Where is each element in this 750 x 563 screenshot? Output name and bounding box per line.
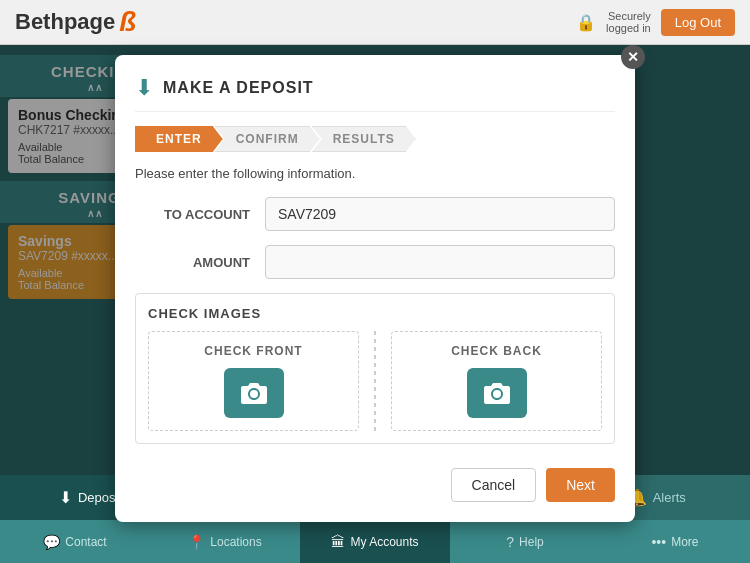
lock-icon: 🔒 xyxy=(576,13,596,32)
bar-help[interactable]: ? Help xyxy=(450,520,600,563)
step-results: RESULTS xyxy=(312,126,416,152)
amount-input[interactable] xyxy=(265,245,615,279)
check-images-section: CHECK IMAGES CHECK FRONT CHECK BA xyxy=(135,293,615,444)
modal-title: MAKE A DEPOSIT xyxy=(163,79,314,97)
close-button[interactable]: ✕ xyxy=(621,45,645,69)
check-images-row: CHECK FRONT CHECK BACK xyxy=(148,331,602,431)
check-front-camera-button[interactable] xyxy=(224,368,284,418)
logo: Bethpageß xyxy=(15,6,136,38)
deposit-icon: ⬇ xyxy=(135,75,153,101)
cancel-button[interactable]: Cancel xyxy=(451,468,537,502)
logout-button[interactable]: Log Out xyxy=(661,9,735,36)
bar-my-accounts[interactable]: 🏛 My Accounts xyxy=(300,520,450,563)
steps-row: ENTER CONFIRM RESULTS xyxy=(135,126,615,152)
logo-symbol: ß xyxy=(119,6,136,38)
check-images-title: CHECK IMAGES xyxy=(148,306,602,321)
check-front-label: CHECK FRONT xyxy=(161,344,346,358)
step-confirm: CONFIRM xyxy=(215,126,320,152)
app-header: Bethpageß 🔒 Securely logged in Log Out xyxy=(0,0,750,45)
more-icon: ••• xyxy=(651,534,666,550)
modal-footer: Cancel Next xyxy=(135,458,615,502)
bar-more[interactable]: ••• More xyxy=(600,520,750,563)
modal-overlay: ✕ ⬇ MAKE A DEPOSIT ENTER CONFIRM RESULTS… xyxy=(0,45,750,475)
svg-point-0 xyxy=(250,390,258,398)
help-icon: ? xyxy=(506,534,514,550)
bar-locations[interactable]: 📍 Locations xyxy=(150,520,300,563)
check-divider xyxy=(374,331,376,431)
contact-icon: 💬 xyxy=(43,534,60,550)
check-front-box: CHECK FRONT xyxy=(148,331,359,431)
to-account-input[interactable] xyxy=(265,197,615,231)
header-right: 🔒 Securely logged in Log Out xyxy=(576,9,735,36)
deposit-modal: ✕ ⬇ MAKE A DEPOSIT ENTER CONFIRM RESULTS… xyxy=(115,55,635,522)
bar-contact[interactable]: 💬 Contact xyxy=(0,520,150,563)
check-back-box: CHECK BACK xyxy=(391,331,602,431)
amount-row: AMOUNT xyxy=(135,245,615,279)
my-accounts-icon: 🏛 xyxy=(331,534,345,550)
deposits-icon: ⬇ xyxy=(59,488,72,507)
main-area: CHECKING ∧∧ Bonus Checking CHK7217 #xxxx… xyxy=(0,45,750,475)
bottom-bar: 💬 Contact 📍 Locations 🏛 My Accounts ? He… xyxy=(0,520,750,563)
modal-title-row: ⬇ MAKE A DEPOSIT xyxy=(135,75,615,112)
step-enter: ENTER xyxy=(135,126,223,152)
next-button[interactable]: Next xyxy=(546,468,615,502)
to-account-label: TO ACCOUNT xyxy=(135,207,265,222)
locations-icon: 📍 xyxy=(188,534,205,550)
instruction-text: Please enter the following information. xyxy=(135,166,615,181)
check-back-camera-button[interactable] xyxy=(467,368,527,418)
secure-text: Securely logged in xyxy=(606,10,651,34)
to-account-row: TO ACCOUNT xyxy=(135,197,615,231)
check-back-label: CHECK BACK xyxy=(404,344,589,358)
amount-label: AMOUNT xyxy=(135,255,265,270)
svg-point-1 xyxy=(493,390,501,398)
logo-text: Bethpage xyxy=(15,9,115,35)
